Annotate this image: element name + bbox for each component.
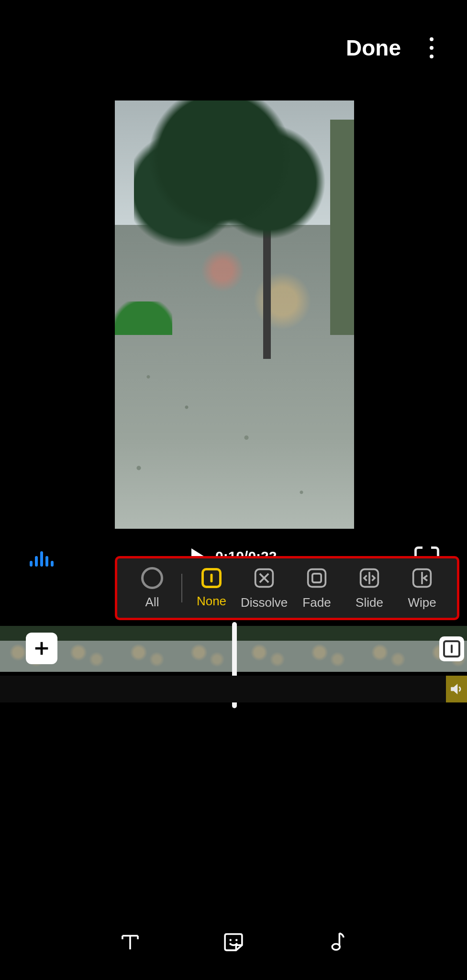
music-tool-icon[interactable] xyxy=(323,928,350,955)
timeline-thumb[interactable] xyxy=(60,626,121,672)
dissolve-icon xyxy=(253,567,276,590)
transition-label: Slide xyxy=(356,595,383,610)
transition-options-bar: All None Dissolve Fade xyxy=(115,556,459,620)
text-tool-icon[interactable] xyxy=(117,928,144,955)
transition-label: Fade xyxy=(302,595,331,610)
timeline-thumb[interactable] xyxy=(362,626,422,672)
preview-tree xyxy=(134,100,325,263)
more-options-icon[interactable] xyxy=(430,37,434,58)
transition-wipe[interactable]: Wipe xyxy=(396,567,448,610)
transition-all[interactable]: All xyxy=(126,567,178,610)
timeline-thumb[interactable] xyxy=(301,626,362,672)
transition-slide[interactable]: Slide xyxy=(343,567,396,610)
preview-grass xyxy=(115,301,172,335)
preview-leaves xyxy=(115,225,354,529)
svg-rect-2 xyxy=(312,573,321,582)
circle-icon xyxy=(141,567,163,589)
timeline-thumb[interactable] xyxy=(241,626,301,672)
header: Done xyxy=(0,0,467,96)
audio-track[interactable] xyxy=(0,676,467,702)
fade-icon xyxy=(305,567,328,590)
svg-point-10 xyxy=(235,939,237,941)
transition-marker[interactable] xyxy=(439,636,464,661)
sound-levels-icon[interactable] xyxy=(30,551,54,567)
add-clip-button[interactable] xyxy=(26,633,57,664)
transition-fade[interactable]: Fade xyxy=(290,567,343,610)
transition-none[interactable]: None xyxy=(185,568,238,609)
transition-label: None xyxy=(197,594,226,609)
transition-label: Wipe xyxy=(408,595,436,610)
none-icon xyxy=(201,568,222,588)
wipe-icon xyxy=(411,567,434,590)
speaker-icon[interactable] xyxy=(446,676,467,702)
svg-point-11 xyxy=(332,944,340,950)
transition-dissolve[interactable]: Dissolve xyxy=(238,567,290,610)
transition-label: Dissolve xyxy=(241,595,288,610)
timeline-thumb[interactable] xyxy=(121,626,181,672)
sticker-tool-icon[interactable] xyxy=(220,928,247,955)
separator xyxy=(181,574,182,602)
svg-rect-1 xyxy=(308,569,326,587)
done-button[interactable]: Done xyxy=(346,35,401,61)
video-editor-screen: Done 0:10/0:22 All None xyxy=(0,0,467,980)
video-preview[interactable] xyxy=(115,100,354,529)
bottom-toolbar xyxy=(0,913,467,980)
transition-label: All xyxy=(145,595,159,610)
slide-icon xyxy=(358,567,381,590)
svg-point-9 xyxy=(230,939,232,941)
